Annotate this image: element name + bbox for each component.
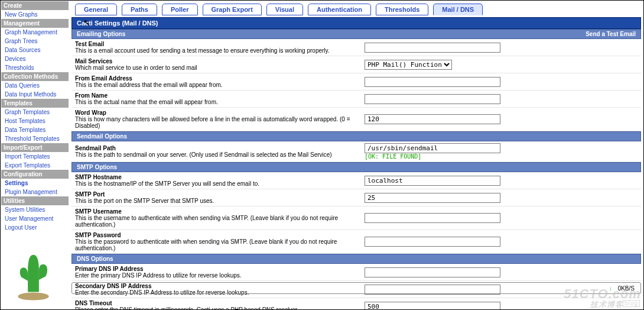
section-title: Sendmail Options	[77, 133, 127, 140]
tab-thresholds[interactable]: Thresholds	[376, 4, 428, 15]
tab-visual[interactable]: Visual	[266, 4, 303, 15]
page-title: Cacti Settings (Mail / DNS)	[77, 20, 158, 27]
setting-input[interactable]	[365, 94, 500, 104]
setting-name: Word Wrap	[75, 109, 359, 116]
setting-name: Test Email	[75, 41, 359, 47]
setting-row: Word WrapThis is how many characters wil…	[71, 108, 641, 131]
sidebar-item-graph-trees[interactable]: Graph Trees	[1, 37, 69, 46]
sidebar-item-thresholds[interactable]: Thresholds	[1, 63, 69, 72]
setting-desc: This is the actual name that the email w…	[75, 99, 359, 105]
sidebar-group-header: Collection Methods	[1, 72, 69, 81]
setting-input[interactable]	[365, 143, 500, 153]
setting-input[interactable]	[365, 267, 500, 277]
tab-authentication[interactable]: Authentication	[308, 4, 371, 15]
main-panel: GeneralPathsPollerGraph ExportVisualAuth…	[71, 2, 641, 310]
sidebar-item-data-sources[interactable]: Data Sources	[1, 46, 69, 54]
sidebar-item-settings[interactable]: Settings	[1, 179, 69, 188]
sidebar: CreateNew GraphsManagementGraph Manageme…	[1, 1, 69, 232]
cactus-logo	[11, 246, 56, 302]
section-header: Sendmail Options	[71, 131, 641, 141]
section-header: DNS Options	[71, 254, 641, 264]
sidebar-item-graph-templates[interactable]: Graph Templates	[1, 108, 69, 117]
sidebar-item-export-templates[interactable]: Export Templates	[1, 161, 69, 170]
section-title: Emailing Options	[77, 31, 125, 37]
sidebar-item-host-templates[interactable]: Host Templates	[1, 117, 69, 125]
sidebar-item-system-utilities[interactable]: System Utilities	[1, 205, 69, 214]
setting-desc: This is the password to authenticate wit…	[75, 238, 359, 251]
setting-select[interactable]: PHP Mail() Function	[365, 60, 452, 70]
setting-input[interactable]	[365, 237, 500, 247]
setting-name: SMTP Port	[75, 191, 359, 198]
sidebar-group-header: Configuration	[1, 170, 69, 179]
setting-desc: Please enter the DNS timeout in millisec…	[75, 306, 359, 310]
setting-desc: Enter the primary DNS IP Address to util…	[75, 272, 359, 279]
setting-row: SMTP PortThis is the port on the SMTP Se…	[71, 189, 641, 206]
sidebar-item-devices[interactable]: Devices	[1, 54, 69, 63]
svg-point-0	[18, 292, 49, 300]
sidebar-item-graph-management[interactable]: Graph Management	[1, 28, 69, 37]
setting-input[interactable]	[365, 77, 500, 87]
tab-graph-export[interactable]: Graph Export	[203, 4, 262, 15]
section-title: DNS Options	[77, 256, 113, 262]
setting-desc: This is the path to sendmail on your ser…	[75, 151, 359, 158]
sidebar-item-user-management[interactable]: User Management	[1, 214, 69, 223]
tab-paths[interactable]: Paths	[122, 4, 157, 15]
setting-row: SMTP UsernameThis is the username to aut…	[71, 206, 641, 230]
sidebar-item-plugin-management[interactable]: Plugin Management	[1, 188, 69, 196]
setting-name: Sendmail Path	[75, 145, 359, 151]
sidebar-group-header: Utilities	[1, 196, 69, 205]
setting-name: Mail Services	[75, 58, 359, 64]
send-test-email-link[interactable]: Send a Test Email	[586, 31, 636, 37]
sidebar-item-new-graphs[interactable]: New Graphs	[1, 10, 69, 19]
setting-name: From Email Address	[75, 75, 359, 82]
setting-row: Test EmailThis is a email account used f…	[71, 39, 641, 56]
setting-row: Sendmail PathThis is the path to sendmai…	[71, 141, 641, 162]
sidebar-group-header: Management	[1, 19, 69, 28]
tab-mail-dns[interactable]: Mail / DNS	[433, 4, 483, 15]
sidebar-item-data-templates[interactable]: Data Templates	[1, 125, 69, 134]
tabs-bar: GeneralPathsPollerGraph ExportVisualAuth…	[71, 2, 641, 17]
settings-content: Emailing OptionsSend a Test EmailTest Em…	[71, 29, 641, 310]
setting-input[interactable]	[365, 193, 500, 203]
sidebar-item-import-templates[interactable]: Import Templates	[1, 152, 69, 161]
setting-name: SMTP Username	[75, 208, 359, 215]
setting-desc: This is how many characters will be allo…	[75, 116, 359, 129]
status-bar: ↓ 0KB/S	[71, 282, 641, 294]
setting-desc: This is a email account used for sending…	[75, 47, 359, 54]
setting-name: SMTP Hostname	[75, 174, 359, 180]
sidebar-item-data-queries[interactable]: Data Queries	[1, 81, 69, 90]
tab-general[interactable]: General	[75, 4, 117, 15]
setting-input[interactable]	[365, 114, 500, 124]
sidebar-item-logout-user[interactable]: Logout User	[1, 223, 69, 232]
sidebar-item-data-input-methods[interactable]: Data Input Methods	[1, 90, 69, 99]
transfer-speed: 0KB/S	[618, 285, 635, 292]
sidebar-group-header: Create	[1, 1, 69, 10]
setting-row: Primary DNS IP AddressEnter the primary …	[71, 264, 641, 281]
setting-name: DNS Timeout	[75, 300, 359, 306]
setting-desc: This is the username to authenticate wit…	[75, 215, 359, 228]
sidebar-group-header: Import/Export	[1, 143, 69, 152]
setting-input[interactable]	[365, 213, 500, 223]
setting-desc: Which mail service to use in order to se…	[75, 64, 359, 71]
setting-row: SMTP PasswordThis is the password to aut…	[71, 230, 641, 254]
setting-row: From Email AddressThis is the email addr…	[71, 73, 641, 91]
setting-row: SMTP HostnameThis is the hostname/IP of …	[71, 172, 641, 189]
setting-input[interactable]	[365, 176, 500, 186]
setting-name: Primary DNS IP Address	[75, 266, 359, 272]
tab-poller[interactable]: Poller	[162, 4, 198, 15]
setting-name: From Name	[75, 92, 359, 99]
setting-desc: This is the port on the SMTP Server that…	[75, 198, 359, 204]
setting-row: DNS TimeoutPlease enter the DNS timeout …	[71, 298, 641, 310]
setting-input[interactable]	[365, 43, 500, 53]
setting-desc: This is the email address that the email…	[75, 82, 359, 88]
setting-row: Mail ServicesWhich mail service to use i…	[71, 56, 641, 73]
sidebar-group-header: Templates	[1, 99, 69, 108]
section-title: SMTP Options	[77, 164, 117, 170]
section-header: Emailing OptionsSend a Test Email	[71, 29, 641, 39]
setting-desc: This is the hostname/IP of the SMTP Serv…	[75, 180, 359, 187]
setting-name: SMTP Password	[75, 232, 359, 238]
status-ok: [OK: FILE FOUND]	[365, 153, 638, 160]
download-icon: ↓	[609, 285, 612, 292]
setting-input[interactable]	[365, 302, 500, 311]
sidebar-item-threshold-templates[interactable]: Threshold Templates	[1, 134, 69, 143]
